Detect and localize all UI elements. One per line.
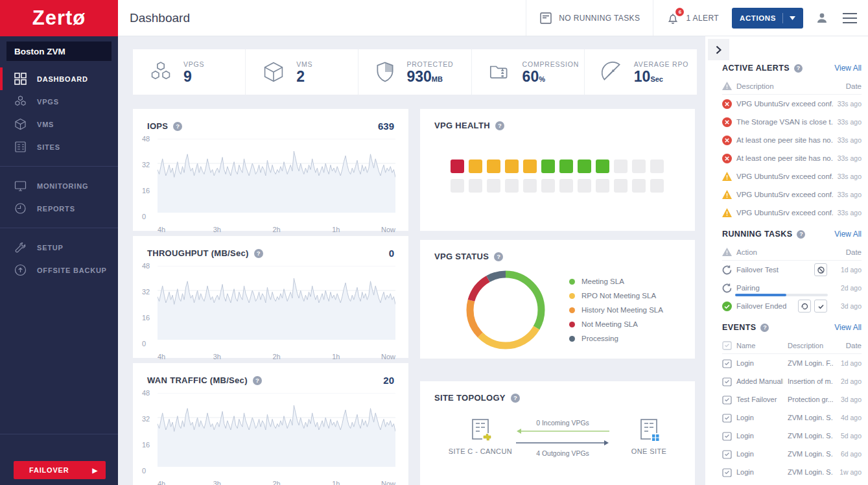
help-icon[interactable]: ?	[254, 249, 263, 258]
event-row[interactable]: LoginZVM Login. S...6d ago	[722, 445, 862, 463]
user-menu[interactable]	[815, 11, 829, 25]
alert-badge: 6	[675, 8, 684, 16]
iops-chart-card: IOPS?639 48321604h3h2h1hNow	[133, 109, 408, 231]
sidebar-item-vpgs[interactable]: VPGS	[0, 90, 118, 113]
vpg-health-square-empty	[523, 179, 537, 193]
running-tasks-status[interactable]: NO RUNNING TASKS	[526, 0, 653, 36]
warning-icon	[722, 248, 732, 256]
alert-row[interactable]: The Storage VSAN is close t...33s ago	[722, 113, 862, 131]
event-row[interactable]: LoginZVM Login. F...1d ago	[722, 354, 862, 372]
events-view-all-link[interactable]: View All	[834, 323, 862, 332]
vpg-health-square-empty	[596, 179, 609, 193]
alerts-view-all-link[interactable]: View All	[834, 64, 862, 73]
sites-icon	[14, 141, 27, 153]
vpg-health-square-empty	[632, 160, 646, 173]
stat-vpgs: VPGS9	[133, 49, 246, 95]
stop-task-button[interactable]	[814, 263, 827, 276]
success-icon	[722, 302, 732, 311]
legend-dot	[569, 279, 575, 285]
vpg-health-square-empty	[614, 160, 628, 173]
chart-current-value: 20	[383, 375, 394, 386]
stat-vms: VMS2	[246, 49, 358, 95]
legend-dot	[569, 322, 575, 327]
legend-item: Meeting SLA	[569, 278, 663, 285]
vpg-health-square-yellow	[487, 160, 500, 173]
event-row[interactable]: Added ManuallyInsertion of m...2d ago	[722, 372, 862, 390]
vpg-health-square-empty	[541, 179, 555, 193]
alert-row[interactable]: VPG UbuntuSrv exceed conf...33s ago	[722, 185, 862, 204]
line-chart	[158, 393, 395, 467]
task-row[interactable]: Pairing2d ago	[722, 279, 862, 297]
vpg-health-square-empty	[487, 179, 500, 193]
event-row[interactable]: Test FailoverProtection gr...3d ago	[722, 390, 862, 408]
vpg-status-card: VPG STATUS? Meeting SLARPO Not Meeting S…	[420, 240, 695, 359]
vms-icon	[263, 61, 285, 83]
task-row[interactable]: Failover Ended3d ago	[722, 297, 862, 315]
chart-current-value: 639	[378, 121, 394, 132]
vpg-health-square-empty	[505, 179, 519, 193]
site-topology-card: SITE TOPOLOGY? SITE C - CANCUN ONE SITE …	[420, 381, 695, 485]
alert-row[interactable]: VPG UbuntuSrv exceed conf...33s ago	[722, 95, 862, 113]
sidebar-item-vms[interactable]: VMS	[0, 113, 118, 136]
dashboard-icon	[14, 73, 27, 85]
alerts-status[interactable]: 6 1 ALERT	[653, 0, 732, 36]
event-icon	[722, 413, 732, 423]
line-chart	[158, 266, 395, 340]
help-icon[interactable]: ?	[253, 376, 262, 385]
warning-icon	[722, 172, 732, 181]
vpg-health-square-yellow	[505, 160, 519, 173]
alert-row[interactable]: At least one peer site has no...33s ago	[722, 131, 862, 149]
rollback-task-button[interactable]	[798, 300, 811, 313]
site-building-icon	[468, 418, 493, 444]
vpg-health-square-empty	[469, 179, 482, 193]
help-icon[interactable]: ?	[511, 394, 520, 403]
hamburger-menu[interactable]	[842, 12, 858, 24]
vpg-health-square-empty	[578, 179, 591, 193]
tasks-table-header: Action Date	[722, 244, 862, 261]
error-icon	[722, 99, 732, 109]
help-icon[interactable]: ?	[494, 252, 503, 261]
site-left[interactable]: SITE C - CANCUN	[438, 418, 522, 455]
event-row[interactable]: LoginZVM Login. S...1w ago	[722, 463, 862, 481]
alert-row[interactable]: VPG UbuntuSrv exceed conf...33s ago	[722, 167, 862, 185]
task-progress-bar	[735, 294, 828, 296]
error-icon	[722, 117, 732, 127]
help-icon[interactable]: ?	[794, 64, 803, 73]
caret-down-icon	[790, 16, 795, 20]
user-icon	[815, 11, 829, 25]
event-icon	[722, 395, 732, 405]
shield-icon	[375, 62, 395, 82]
help-icon[interactable]: ?	[495, 121, 504, 130]
sidebar-item-dashboard[interactable]: DASHBOARD	[0, 67, 118, 90]
sidebar-item-reports[interactable]: REPORTS	[0, 197, 118, 220]
actions-button[interactable]: ACTIONS	[732, 8, 803, 29]
failover-button[interactable]: FAILOVER ▶	[14, 461, 106, 479]
outgoing-arrow	[516, 440, 609, 446]
tasks-view-all-link[interactable]: View All	[834, 230, 862, 239]
sidebar-item-monitoring[interactable]: MONITORING	[0, 174, 118, 197]
vpg-health-square-green	[541, 160, 555, 173]
chart-current-value: 0	[389, 248, 394, 259]
y-axis-label: 16	[142, 187, 161, 195]
y-axis-label: 0	[142, 467, 161, 475]
vpg-status-donut	[465, 270, 546, 350]
help-icon[interactable]: ?	[760, 324, 769, 332]
task-row[interactable]: Failover Test1d ago	[722, 261, 862, 279]
event-row[interactable]: LoginZVM Login. S...5d ago	[722, 427, 862, 445]
incoming-arrow	[516, 428, 609, 434]
alert-row[interactable]: At least one peer site has no...33s ago	[722, 149, 862, 167]
site-selector[interactable]: Boston ZVM	[6, 41, 111, 61]
y-axis-label: 32	[142, 161, 161, 169]
alert-row[interactable]: VPG UbuntuSrv exceed conf...33s ago	[722, 204, 862, 222]
help-icon[interactable]: ?	[797, 230, 805, 239]
commit-task-button[interactable]	[814, 300, 827, 313]
sidebar-item-sites[interactable]: SITES	[0, 136, 118, 158]
failover-arrow-icon: ▶	[93, 467, 99, 474]
event-row[interactable]: LoginZVM Login. S...4d ago	[722, 408, 862, 427]
site-right[interactable]: ONE SITE	[607, 418, 691, 455]
vpg-health-square-red	[451, 160, 464, 173]
sidebar-item-setup[interactable]: SETUP	[0, 236, 118, 259]
sidebar-item-offsite-backup[interactable]: OFFSITE BACKUP	[0, 259, 118, 281]
vpg-health-grid	[451, 160, 664, 193]
help-icon[interactable]: ?	[173, 122, 182, 131]
